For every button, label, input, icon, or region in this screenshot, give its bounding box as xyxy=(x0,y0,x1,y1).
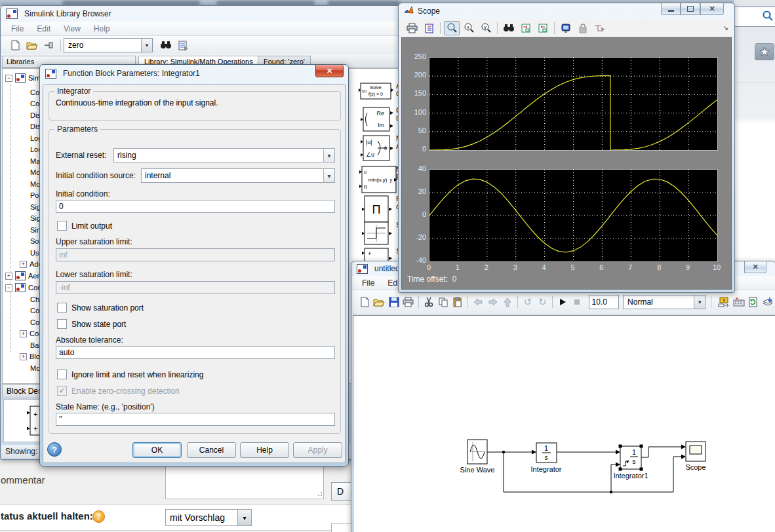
close-icon[interactable] xyxy=(744,261,766,273)
library-browser-titlebar[interactable]: Simulink Library Browser xyxy=(1,6,402,22)
restore-icon[interactable] xyxy=(681,3,700,15)
run-icon[interactable] xyxy=(556,295,569,309)
external-reset-select[interactable]: rising xyxy=(113,148,335,162)
expand-icon[interactable] xyxy=(5,273,12,280)
state-name-input[interactable]: '' xyxy=(56,413,335,426)
stop-icon[interactable] xyxy=(570,295,584,309)
save-axes-icon[interactable] xyxy=(518,21,534,35)
chevron-down-icon[interactable] xyxy=(323,149,334,162)
signal-wires[interactable] xyxy=(487,447,682,492)
paste-icon[interactable] xyxy=(451,295,464,309)
resize-grip-icon[interactable] xyxy=(317,492,322,497)
block-help-icon[interactable] xyxy=(175,38,191,52)
help-icon[interactable] xyxy=(92,510,105,523)
library-browser-toolbar: zero xyxy=(1,36,401,55)
find-block-icon[interactable] xyxy=(158,38,174,52)
bookmark-star-icon[interactable] xyxy=(755,43,774,60)
ic-source-select[interactable]: internal xyxy=(141,168,335,183)
update-diagram-icon[interactable] xyxy=(747,295,760,309)
restore-axes-icon[interactable] xyxy=(535,21,551,35)
library-browser-icon[interactable]: Y xyxy=(717,295,730,309)
chevron-down-icon[interactable] xyxy=(237,510,251,525)
close-icon[interactable] xyxy=(700,3,724,15)
block-minmax-running-resettable[interactable]: uRmin(u,y)y MinMax Running Resettable xyxy=(358,165,400,196)
svg-text:∠u: ∠u xyxy=(366,151,374,158)
minimize-icon[interactable] xyxy=(661,3,681,15)
dock-icon[interactable]: ↘ xyxy=(723,24,728,31)
sine-wave-block[interactable]: Sine Wave xyxy=(460,440,495,474)
simulink-logo-icon xyxy=(45,69,56,79)
close-icon[interactable] xyxy=(315,65,344,77)
browser-search-input[interactable] xyxy=(732,6,775,27)
zoom-y-icon[interactable]: y xyxy=(478,21,494,35)
menu-view[interactable]: View xyxy=(58,23,87,35)
status-select[interactable]: mit Vorschlag xyxy=(165,509,252,526)
block-sign[interactable]: Sign xyxy=(358,221,400,248)
menu-file[interactable]: File xyxy=(5,23,30,35)
model-explorer-icon[interactable] xyxy=(732,295,745,309)
open-model-icon[interactable] xyxy=(24,38,40,52)
zoom-x-icon[interactable]: x xyxy=(461,21,477,35)
sim-stop-time-input[interactable]: 10.0 xyxy=(589,295,619,309)
expand-icon[interactable] xyxy=(20,330,27,337)
up-icon[interactable] xyxy=(501,295,514,309)
help-button[interactable]: Help xyxy=(240,442,289,458)
pin-icon[interactable] xyxy=(41,38,57,52)
undo-icon[interactable]: ↺ xyxy=(521,295,534,309)
menu-edit[interactable]: Edit xyxy=(31,23,56,35)
lock-axes-icon[interactable] xyxy=(575,21,591,35)
svg-text:+: + xyxy=(368,250,371,257)
cancel-button[interactable]: Cancel xyxy=(187,442,236,458)
parameters-icon[interactable] xyxy=(421,21,437,35)
save-icon[interactable] xyxy=(387,295,400,309)
build-icon[interactable] xyxy=(761,295,774,309)
dialog-help-icon[interactable] xyxy=(47,442,62,457)
floating-scope-icon[interactable] xyxy=(558,21,574,35)
block-algebraic-constraint[interactable]: Solvef(z) = 0f(z) Algebraic Constraint xyxy=(358,82,400,102)
limit-output-checkbox[interactable]: Limit output xyxy=(57,221,112,231)
forward-icon[interactable] xyxy=(487,295,500,309)
back-icon[interactable] xyxy=(471,295,485,309)
autoscale-icon[interactable] xyxy=(501,21,517,35)
ok-button[interactable]: OK xyxy=(132,442,182,458)
abs-tolerance-input[interactable]: auto xyxy=(56,346,335,359)
browser-tab[interactable] xyxy=(216,1,315,5)
show-saturation-port-checkbox[interactable]: Show saturation port xyxy=(57,303,144,313)
search-term-combobox[interactable]: zero xyxy=(64,38,153,52)
sim-mode-select[interactable]: Normal xyxy=(623,295,705,309)
copy-icon[interactable] xyxy=(437,295,450,309)
collapse-icon[interactable] xyxy=(5,284,12,292)
menu-help[interactable]: Help xyxy=(88,23,116,35)
scope-graph-2[interactable] xyxy=(429,169,718,262)
scope-graph-1[interactable] xyxy=(429,57,718,151)
new-model-icon[interactable] xyxy=(358,295,371,309)
menu-file[interactable]: File xyxy=(356,277,380,289)
cut-icon[interactable] xyxy=(422,295,435,309)
integrator1-block[interactable]: 1 s Integrator1 xyxy=(613,445,648,480)
expand-icon[interactable] xyxy=(20,261,27,268)
block-magnitude-angle[interactable]: |u|∠u Magnitude-Angle to Complex xyxy=(358,134,400,164)
integrator-block[interactable]: 1 s Integrator xyxy=(530,443,561,473)
dialog-titlebar[interactable]: Function Block Parameters: Integrator1 xyxy=(40,65,348,82)
search-icon[interactable] xyxy=(762,10,774,24)
print-icon[interactable] xyxy=(402,295,415,309)
signal-selection-icon[interactable] xyxy=(592,21,608,35)
scope-block[interactable]: Scope xyxy=(685,442,705,471)
block-complex-to-real-imag[interactable]: ReIm Complex to Real-Imag xyxy=(358,106,400,134)
expand-icon[interactable] xyxy=(20,353,27,360)
collapse-icon[interactable] xyxy=(5,75,12,82)
chevron-down-icon[interactable] xyxy=(141,39,152,52)
browser-tab[interactable] xyxy=(62,1,200,5)
new-model-icon[interactable] xyxy=(7,38,23,52)
chevron-down-icon[interactable] xyxy=(323,169,334,182)
show-state-port-checkbox[interactable]: Show state port xyxy=(57,319,126,329)
print-icon[interactable] xyxy=(404,21,420,35)
open-model-icon[interactable] xyxy=(372,295,386,309)
chevron-down-icon[interactable] xyxy=(694,295,705,309)
redo-icon[interactable]: ↻ xyxy=(536,295,549,309)
browser-tab[interactable] xyxy=(328,1,400,5)
integrator-description: Continuous-time integration of the input… xyxy=(49,96,340,110)
zoom-icon[interactable] xyxy=(444,21,460,35)
ignore-limit-checkbox[interactable]: Ignore limit and reset when linearizing xyxy=(57,370,203,379)
ic-input[interactable]: 0 xyxy=(56,200,335,213)
